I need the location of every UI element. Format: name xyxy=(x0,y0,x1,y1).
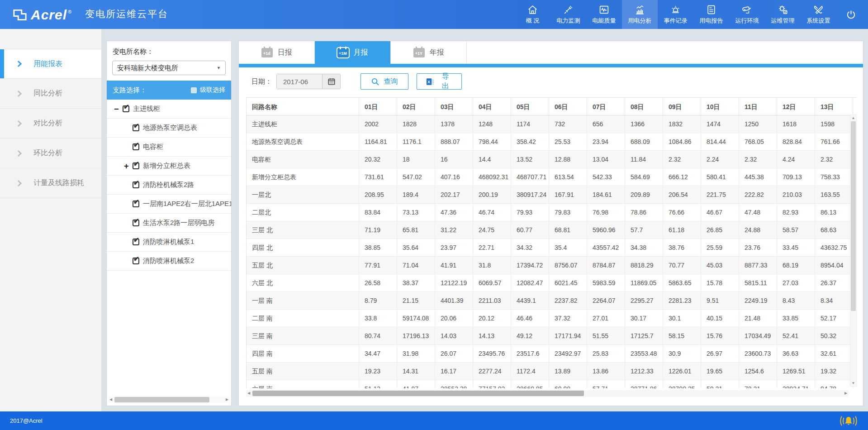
checked-checkbox-icon[interactable] xyxy=(133,182,139,188)
nav-item-ops[interactable]: 运维管理 xyxy=(765,0,801,29)
table-cell: 17034.49 xyxy=(739,327,777,345)
nav-item-camera[interactable]: 运行环境 xyxy=(729,0,765,29)
cascade-checkbox[interactable] xyxy=(191,87,197,93)
table-cell: 79.83 xyxy=(549,204,587,221)
table-cell: 445.38 xyxy=(739,168,777,186)
alarm-bell-icon[interactable] xyxy=(839,414,858,428)
table-cell: 33.85 xyxy=(777,310,815,327)
table-cell: 580.41 xyxy=(701,168,739,186)
row-name-cell: 三层 南 xyxy=(246,327,359,345)
report-toolbar: 日期： 查询 X 导出 xyxy=(239,67,863,96)
nav-item-tools[interactable]: 系统设置 xyxy=(801,0,836,29)
scroll-right-icon[interactable]: ▶ xyxy=(843,390,849,397)
table-row: 二层 南33.859174.0820.0620.1246.4637.3227.0… xyxy=(246,310,857,327)
tab-daily[interactable]: +1d日报 xyxy=(239,41,315,64)
cascade-select[interactable]: 级联选择 xyxy=(191,86,225,94)
table-cell: 15.78 xyxy=(701,274,739,292)
checked-checkbox-icon[interactable] xyxy=(133,258,139,264)
station-select[interactable]: 安科瑞新大楼变电所 ▼ xyxy=(112,61,226,75)
table-cell: 38.85 xyxy=(359,239,397,257)
table-row: 地源热泵空调总表1164.811176.1888.07798.44358.422… xyxy=(246,133,857,151)
table-cell: 2281.23 xyxy=(663,292,701,310)
sidebar-item-2[interactable]: 同比分析 xyxy=(0,79,101,109)
table-cell: 1250 xyxy=(739,115,777,133)
scroll-up-icon[interactable]: ▲ xyxy=(850,115,856,121)
table-vertical-scrollbar[interactable]: ▲ ▼ xyxy=(850,115,857,387)
nav-item-report[interactable]: 用电报告 xyxy=(693,0,729,29)
table-cell: 18 xyxy=(397,151,435,168)
expand-icon[interactable]: + xyxy=(124,162,131,170)
table-cell: 28553.38 xyxy=(435,380,473,388)
sidebar-item-5[interactable]: 计量及线路损耗 xyxy=(0,168,101,198)
calendar-button[interactable] xyxy=(322,74,340,89)
row-name-cell: 一层 南 xyxy=(246,292,359,310)
table-cell: 12.88 xyxy=(549,151,587,168)
table-cell: 15.76 xyxy=(701,327,739,345)
scroll-left-icon[interactable]: ◀ xyxy=(246,390,251,397)
tree-node[interactable]: 消防栓机械泵2路 xyxy=(107,176,231,195)
tree-horizontal-scrollbar[interactable]: ◀ ▶ xyxy=(108,397,230,403)
checked-checkbox-icon[interactable] xyxy=(133,143,139,150)
checked-checkbox-icon[interactable] xyxy=(133,239,139,245)
table-cell: 38.76 xyxy=(663,239,701,257)
checked-checkbox-icon[interactable] xyxy=(133,220,139,226)
table-cell: 51.13 xyxy=(359,380,397,388)
table-cell: 828.84 xyxy=(777,133,815,151)
query-button[interactable]: 查询 xyxy=(360,73,408,90)
nav-item-home[interactable]: 概 况 xyxy=(515,0,550,29)
tree-scrollbar-thumb[interactable] xyxy=(114,397,209,402)
tab-yearly[interactable]: +1Y年报 xyxy=(391,41,467,64)
table-row: 三层 南80.7417196.1314.0314.1349.1217171.94… xyxy=(246,327,857,345)
tree-node-label: 一层南1APE2右一层北1APE1左 xyxy=(143,200,231,208)
table-cell: 32.61 xyxy=(815,345,853,363)
export-button[interactable]: X 导出 xyxy=(417,73,462,90)
sidebar-item-4[interactable]: 环比分析 xyxy=(0,139,101,168)
table-horizontal-scrollbar[interactable]: ◀ ▶ xyxy=(246,390,849,397)
main-panel: +1d日报+1M月报+1Y年报 日期： 查询 X 导出 xyxy=(238,41,863,406)
scroll-down-icon[interactable]: ▼ xyxy=(850,380,856,386)
column-header-day: 01日 xyxy=(359,98,397,115)
calendar-icon xyxy=(327,77,336,86)
table-cell: 41.97 xyxy=(397,380,435,388)
report-document-icon xyxy=(706,4,717,15)
table-row: 六层 南51.1341.9728553.3877157.0228669.8560… xyxy=(246,380,857,388)
tree-node[interactable]: 电容柜 xyxy=(107,138,231,157)
collapse-icon[interactable]: − xyxy=(114,105,121,113)
table-cell: 768.05 xyxy=(739,133,777,151)
vertical-scrollbar-thumb[interactable] xyxy=(851,121,856,311)
table-cell: 1598 xyxy=(815,115,853,133)
nav-item-quality[interactable]: 电能质量 xyxy=(586,0,622,29)
nav-item-plug[interactable]: 电力监测 xyxy=(550,0,586,29)
top-nav: 概 况电力监测电能质量用电分析事件记录用电报告运行环境运维管理系统设置 xyxy=(515,0,836,29)
checked-checkbox-icon[interactable] xyxy=(133,201,139,207)
cctv-camera-icon xyxy=(741,4,753,15)
checked-checkbox-icon[interactable] xyxy=(133,162,139,169)
tree-node[interactable]: −主进线柜 xyxy=(107,100,231,119)
alarm-siren-icon xyxy=(670,4,681,15)
date-input[interactable] xyxy=(277,74,322,89)
sidebar-item-1[interactable]: 用能报表 xyxy=(0,49,101,79)
scroll-left-icon[interactable]: ◀ xyxy=(108,397,114,403)
nav-item-alarm[interactable]: 事件记录 xyxy=(658,0,693,29)
tree-node[interactable]: 消防喷淋机械泵2 xyxy=(107,252,231,271)
checked-checkbox-icon[interactable] xyxy=(123,105,129,112)
tree-node[interactable]: 地源热泵空调总表 xyxy=(107,119,231,138)
table-cell: 5815.11 xyxy=(739,274,777,292)
table-scrollbar-thumb[interactable] xyxy=(252,391,584,396)
tab-monthly[interactable]: +1M月报 xyxy=(315,41,391,64)
tree-node[interactable]: 生活水泵2路一层弱电房 xyxy=(107,214,231,233)
report-tabs: +1d日报+1M月报+1Y年报 xyxy=(239,41,863,64)
power-button[interactable] xyxy=(836,0,865,29)
table-cell: 82.93 xyxy=(777,204,815,221)
tree-node[interactable]: 一层南1APE2右一层北1APE1左 xyxy=(107,195,231,214)
checked-checkbox-icon[interactable] xyxy=(133,124,139,131)
table-cell: 34.32 xyxy=(511,239,549,257)
nav-item-label: 用电报告 xyxy=(700,17,723,25)
table-cell: 76.66 xyxy=(663,204,701,221)
nav-item-analysis[interactable]: 用电分析 xyxy=(622,0,658,29)
sidebar-item-3[interactable]: 对比分析 xyxy=(0,109,101,139)
tree-node[interactable]: 消防喷淋机械泵1 xyxy=(107,233,231,252)
table-cell: 31.8 xyxy=(473,257,511,274)
scroll-right-icon[interactable]: ▶ xyxy=(224,397,230,403)
tree-node[interactable]: +新增分立柜总表 xyxy=(107,157,231,176)
